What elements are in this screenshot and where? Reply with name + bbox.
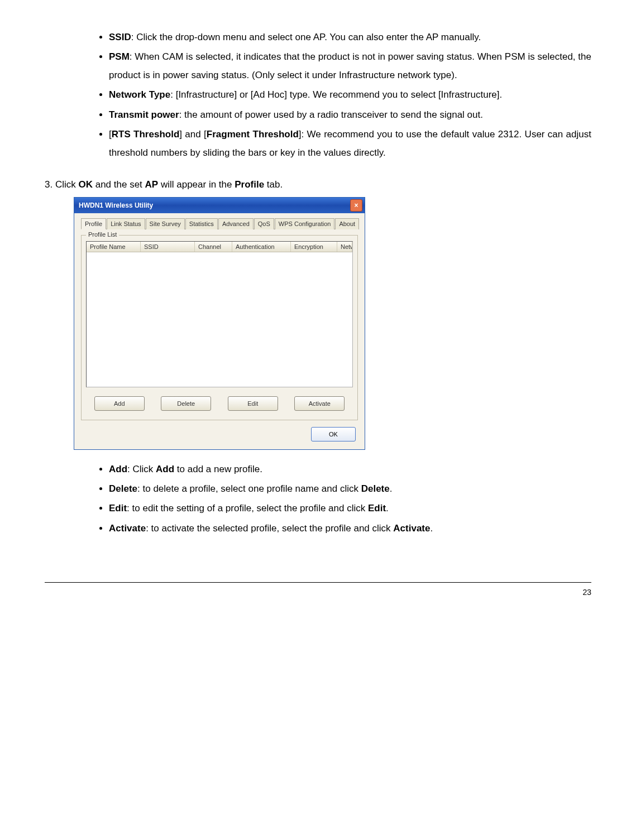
list-header: Profile Name SSID Channel Authentication… [87,242,352,252]
col-channel[interactable]: Channel [195,242,232,252]
titlebar: HWDN1 Wireless Utility × [74,198,365,213]
profile-list-group: Profile List Profile Name SSID Channel A… [81,235,358,420]
bullet-delete: Delete: to delete a profile, select one … [109,479,591,498]
bullet-edit: Edit: to edit the setting of a profile, … [109,499,591,517]
term: SSID [109,32,131,42]
bullet-psm: PSM: When CAM is selected, it indicates … [109,47,591,84]
page-footer: 23 [45,582,591,600]
bullet-add: Add: Click Add to add a new profile. [109,460,591,478]
term: PSM [109,51,130,62]
bullet-network-type: Network Type: [Infrastructure] or [Ad Ho… [109,85,591,104]
bullet-rts-fragment: [RTS Threshold] and [Fragment Threshold]… [109,125,591,162]
desc: : When CAM is selected, it indicates tha… [109,51,591,80]
utility-window: HWDN1 Wireless Utility × Profile Link St… [74,197,365,450]
term: Transmit power [109,109,179,120]
tab-site-survey[interactable]: Site Survey [146,218,185,229]
tab-wps-config[interactable]: WPS Configuration [275,218,335,229]
bullet-activate: Activate: to activate the selected profi… [109,519,591,537]
term: Network Type [109,89,170,100]
bottom-bullet-list: Add: Click Add to add a new profile. Del… [45,460,591,537]
page-number: 23 [582,588,591,597]
step-3-text: 3. Click OK and the set AP will appear i… [45,175,591,194]
bullet-transmit-power: Transmit power: the amount of power used… [109,105,591,124]
group-label: Profile List [86,231,119,238]
col-encryption[interactable]: Encryption [291,242,337,252]
col-profile-name[interactable]: Profile Name [87,242,141,252]
mid: ] and [ [179,129,207,140]
tab-link-status[interactable]: Link Status [107,218,145,229]
tab-strip: Profile Link Status Site Survey Statisti… [81,218,358,229]
col-authentication[interactable]: Authentication [232,242,291,252]
col-network-type[interactable]: Network Ty... [337,242,352,252]
tab-about[interactable]: About [335,218,359,229]
close-icon: × [354,201,358,209]
list-body-empty[interactable] [87,252,352,387]
delete-button[interactable]: Delete [161,396,211,411]
edit-button[interactable]: Edit [228,396,278,411]
desc: : Click the drop-down menu and select on… [131,32,481,42]
desc: : the amount of power used by a radio tr… [179,109,483,120]
tab-statistics[interactable]: Statistics [185,218,218,229]
ok-button[interactable]: OK [311,427,356,441]
tab-qos[interactable]: QoS [254,218,274,229]
window-title: HWDN1 Wireless Utility [79,201,350,209]
profile-list: Profile Name SSID Channel Authentication… [86,241,353,387]
desc: : [Infrastructure] or [Ad Hoc] type. We … [170,89,502,100]
close-button[interactable]: × [350,199,362,212]
button-row: Add Delete Edit Activate [86,396,353,411]
tab-profile[interactable]: Profile [81,218,106,229]
ok-row: OK [81,420,358,444]
tab-advanced[interactable]: Advanced [218,218,254,229]
activate-button[interactable]: Activate [294,396,345,411]
top-bullet-list: SSID: Click the drop-down menu and selec… [45,28,591,162]
bullet-ssid: SSID: Click the drop-down menu and selec… [109,28,591,46]
b1: RTS Threshold [112,129,180,140]
add-button[interactable]: Add [94,396,145,411]
col-ssid[interactable]: SSID [141,242,195,252]
b2: Fragment Threshold [207,129,299,140]
